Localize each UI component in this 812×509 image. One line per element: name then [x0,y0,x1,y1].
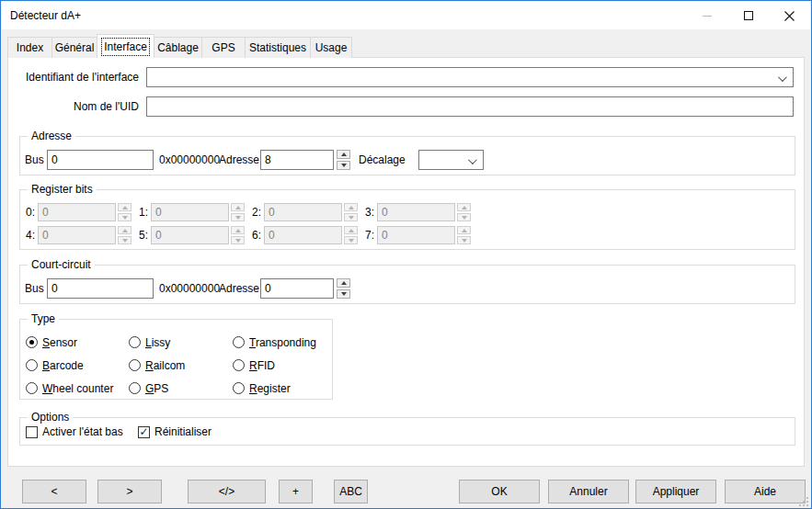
type-group-title: Type [28,312,59,325]
tab-label: Index [17,41,43,54]
window-title: Détecteur dA+ [10,9,81,22]
arrow-down-icon [122,216,128,220]
arrow-up-icon [349,206,354,209]
arrow-down-icon [341,164,347,167]
register-bit-cell-6: 6: [249,226,362,244]
radio-circle [26,382,38,394]
tab-interface[interactable]: Interface [97,34,154,58]
spin-down-button [457,213,471,221]
spin-up-button[interactable] [337,150,350,159]
radio-circle [129,382,141,394]
tab-statistiques[interactable]: Statistiques [245,37,311,58]
radio-circle [233,336,245,348]
tab-general[interactable]: Général [51,37,97,58]
arrow-down-icon [235,239,241,243]
checkbox-activer-l-etat-bas[interactable]: Activer l'état bas [26,425,123,438]
court-circuit-group: Court-circuit Bus 0x00000000 Adresse [19,265,795,304]
minimize-button[interactable] [686,2,727,29]
radio-lissy[interactable]: Lissy [129,331,233,354]
chevron-down-icon[interactable] [468,155,477,164]
tab-usage[interactable]: Usage [310,37,352,58]
chevron-down-icon[interactable] [778,73,787,82]
spin-down-button [118,236,132,244]
add-button[interactable]: + [279,480,313,503]
radio-sensor[interactable]: Sensor [26,331,129,354]
tab-cablage[interactable]: Câblage [154,37,202,58]
register-bit-label: 0: [23,206,35,219]
spin-down-button [457,236,471,244]
court-circuit-group-title: Court-circuit [28,258,95,271]
spin-down-button[interactable] [337,161,350,170]
register-bits-row-2: 4:5:6:7: [23,226,475,244]
adresse-bus-input[interactable] [47,150,154,170]
type-group: Type SensorLissyTranspondingBarcodeRailc… [19,319,333,400]
resize-grip[interactable] [799,497,808,506]
spin-down-button [231,236,245,244]
apply-button[interactable]: Appliquer [635,480,716,503]
radio-circle [26,359,38,371]
register-bit-input-7 [377,226,455,244]
tab-index[interactable]: Index [7,37,52,58]
ok-button[interactable]: OK [459,480,540,503]
radio-wheel-counter[interactable]: Wheel counter [26,377,129,400]
tab-gps[interactable]: GPS [201,37,246,58]
radio-register[interactable]: Register [233,377,316,400]
adresse-spinner-input[interactable] [260,150,334,170]
register-bit-label: 4: [23,229,35,242]
close-button[interactable] [769,2,810,29]
register-bit-cell-7: 7: [362,226,475,244]
adresse-spinner-buttons [337,150,350,170]
register-bit-cell-3: 3: [362,203,475,221]
court-circuit-spinner-input[interactable] [260,278,334,299]
spin-down-button[interactable] [337,289,350,299]
radio-label: GPS [145,382,168,395]
radio-label: Register [249,382,291,395]
court-circuit-spinner-buttons [337,278,350,299]
tab-label: Statistiques [249,41,306,54]
next-button[interactable]: > [97,480,162,503]
interface-id-combobox[interactable] [146,67,794,87]
spin-down-button [118,213,132,221]
prev-button[interactable]: < [22,480,86,503]
radio-label: Sensor [42,336,77,349]
abc-button[interactable]: ABC [334,480,368,503]
arrow-down-icon [462,239,467,243]
radio-railcom[interactable]: Railcom [129,354,233,377]
register-bits-group-title: Register bits [28,183,97,196]
register-bits-group: Register bits 0:1:2:3: 4:5:6:7: [19,189,795,250]
arrow-down-icon [349,239,354,243]
decalage-combobox[interactable] [418,150,484,170]
court-circuit-bus-input[interactable] [47,278,154,299]
adresse-bus-label: Bus [25,150,44,170]
register-bit-input-2 [264,203,342,221]
help-button[interactable]: Aide [725,480,806,503]
uid-name-input[interactable] [146,96,794,117]
arrow-up-icon [349,229,354,232]
arrow-down-icon [122,239,128,243]
radio-label: Barcode [42,359,84,372]
code-button[interactable]: </> [188,480,266,503]
radio-barcode[interactable]: Barcode [26,354,129,377]
arrow-up-icon [122,206,128,209]
options-group-title: Options [28,411,73,424]
radio-transponding[interactable]: Transponding [233,331,316,354]
radio-label: RFID [249,359,275,372]
window-controls [686,2,810,29]
interface-id-label: Identifiant de l'interface [8,67,139,87]
titlebar: Détecteur dA+ [2,2,810,29]
register-bit-spinner [344,226,358,244]
arrow-up-icon [341,281,347,285]
radio-gps[interactable]: GPS [129,377,233,400]
tab-label: Câblage [157,41,199,54]
spin-up-button[interactable] [337,278,350,288]
radio-rfid[interactable]: RFID [233,354,316,377]
checkbox-reinitialiser[interactable]: Réinitialiser [138,425,212,438]
decalage-label: Décalage [359,150,406,170]
register-bit-spinner [118,226,132,244]
spin-up-button [457,203,471,211]
cancel-button[interactable]: Annuler [548,480,629,503]
tab-bar: IndexGénéralInterfaceCâblageGPSStatistiq… [7,35,352,58]
maximize-button[interactable] [727,2,769,29]
register-bit-spinner [457,226,471,244]
tab-label: GPS [212,41,234,54]
